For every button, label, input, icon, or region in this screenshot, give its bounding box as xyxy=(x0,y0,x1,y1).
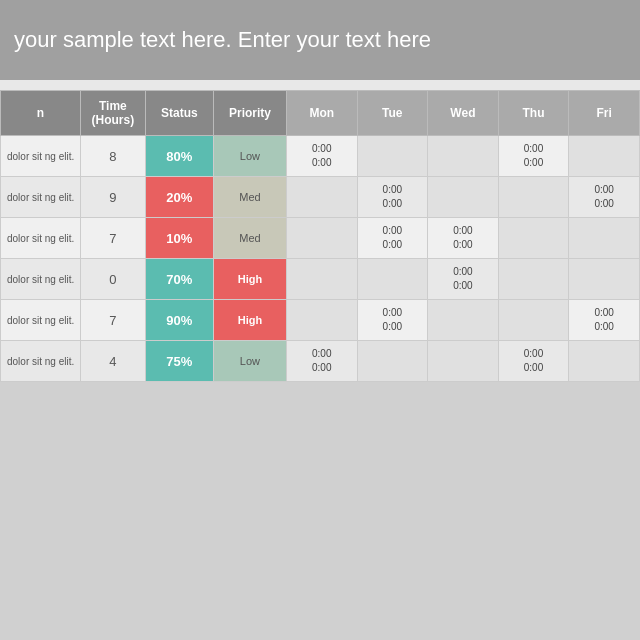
cell-thu-0: 0:000:00 xyxy=(498,136,569,177)
cell-status-5: 75% xyxy=(145,341,213,382)
cell-priority-0: Low xyxy=(213,136,286,177)
cell-fri-1: 0:000:00 xyxy=(569,177,640,218)
table-row: dolor sit ng elit. 9 20% Med 0:000:000:0… xyxy=(1,177,640,218)
cell-wed-3: 0:000:00 xyxy=(428,259,499,300)
cell-time-5: 4 xyxy=(81,341,146,382)
cell-wed-4 xyxy=(428,300,499,341)
cell-mon-3 xyxy=(286,259,357,300)
cell-fri-3 xyxy=(569,259,640,300)
header-name: n xyxy=(1,91,81,136)
banner-text: your sample text here. Enter your text h… xyxy=(14,27,431,53)
cell-priority-1: Med xyxy=(213,177,286,218)
cell-tue-0 xyxy=(357,136,428,177)
cell-wed-5 xyxy=(428,341,499,382)
cell-mon-0: 0:000:00 xyxy=(286,136,357,177)
cell-mon-5: 0:000:00 xyxy=(286,341,357,382)
header-tue: Tue xyxy=(357,91,428,136)
cell-status-1: 20% xyxy=(145,177,213,218)
table-container: n Time (Hours) Status Priority Mon Tue W… xyxy=(0,80,640,382)
cell-name-2: dolor sit ng elit. xyxy=(1,218,81,259)
cell-name-5: dolor sit ng elit. xyxy=(1,341,81,382)
schedule-table: n Time (Hours) Status Priority Mon Tue W… xyxy=(0,90,640,382)
cell-time-1: 9 xyxy=(81,177,146,218)
table-row: dolor sit ng elit. 0 70% High 0:000:00 xyxy=(1,259,640,300)
cell-fri-2 xyxy=(569,218,640,259)
cell-name-4: dolor sit ng elit. xyxy=(1,300,81,341)
table-row: dolor sit ng elit. 7 90% High 0:000:000:… xyxy=(1,300,640,341)
cell-tue-1: 0:000:00 xyxy=(357,177,428,218)
cell-time-4: 7 xyxy=(81,300,146,341)
cell-wed-1 xyxy=(428,177,499,218)
cell-wed-0 xyxy=(428,136,499,177)
table-row: dolor sit ng elit. 7 10% Med 0:000:000:0… xyxy=(1,218,640,259)
cell-fri-5 xyxy=(569,341,640,382)
header-status: Status xyxy=(145,91,213,136)
cell-name-1: dolor sit ng elit. xyxy=(1,177,81,218)
cell-status-4: 90% xyxy=(145,300,213,341)
cell-tue-3 xyxy=(357,259,428,300)
header-thu: Thu xyxy=(498,91,569,136)
cell-name-3: dolor sit ng elit. xyxy=(1,259,81,300)
cell-thu-5: 0:000:00 xyxy=(498,341,569,382)
cell-status-0: 80% xyxy=(145,136,213,177)
cell-priority-3: High xyxy=(213,259,286,300)
cell-status-2: 10% xyxy=(145,218,213,259)
top-banner: your sample text here. Enter your text h… xyxy=(0,0,640,80)
header-time: Time (Hours) xyxy=(81,91,146,136)
table-row: dolor sit ng elit. 4 75% Low 0:000:000:0… xyxy=(1,341,640,382)
cell-tue-4: 0:000:00 xyxy=(357,300,428,341)
cell-mon-4 xyxy=(286,300,357,341)
cell-status-3: 70% xyxy=(145,259,213,300)
cell-time-3: 0 xyxy=(81,259,146,300)
cell-thu-1 xyxy=(498,177,569,218)
table-row: dolor sit ng elit. 8 80% Low 0:000:000:0… xyxy=(1,136,640,177)
cell-mon-2 xyxy=(286,218,357,259)
cell-mon-1 xyxy=(286,177,357,218)
cell-thu-2 xyxy=(498,218,569,259)
header-wed: Wed xyxy=(428,91,499,136)
header-mon: Mon xyxy=(286,91,357,136)
cell-priority-4: High xyxy=(213,300,286,341)
cell-fri-4: 0:000:00 xyxy=(569,300,640,341)
cell-tue-5 xyxy=(357,341,428,382)
cell-time-2: 7 xyxy=(81,218,146,259)
cell-thu-4 xyxy=(498,300,569,341)
header-fri: Fri xyxy=(569,91,640,136)
cell-tue-2: 0:000:00 xyxy=(357,218,428,259)
cell-name-0: dolor sit ng elit. xyxy=(1,136,81,177)
header-priority: Priority xyxy=(213,91,286,136)
cell-time-0: 8 xyxy=(81,136,146,177)
cell-thu-3 xyxy=(498,259,569,300)
cell-priority-5: Low xyxy=(213,341,286,382)
cell-fri-0 xyxy=(569,136,640,177)
cell-wed-2: 0:000:00 xyxy=(428,218,499,259)
cell-priority-2: Med xyxy=(213,218,286,259)
